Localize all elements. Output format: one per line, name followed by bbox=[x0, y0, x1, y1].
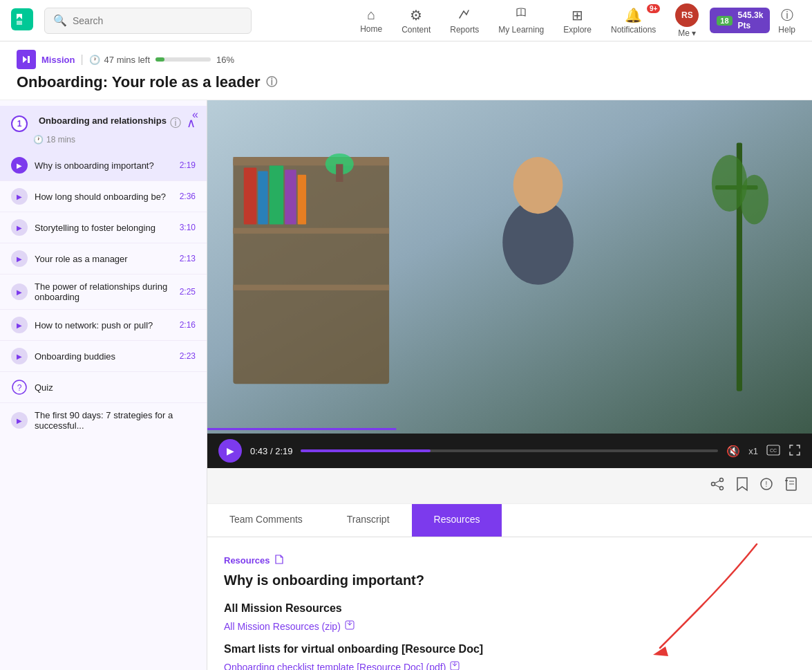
notebook-icon[interactable] bbox=[784, 476, 798, 495]
lesson-duration: 2:16 bbox=[180, 320, 196, 330]
lesson-title: Storytelling to foster belonging bbox=[35, 223, 173, 233]
svg-rect-14 bbox=[298, 175, 306, 225]
resource-link[interactable]: Onboarding checklist template [Resource … bbox=[224, 661, 795, 670]
search-input[interactable] bbox=[73, 15, 243, 26]
lesson-item[interactable]: ▶ Why is onboarding important? 2:19 bbox=[0, 150, 207, 181]
app-logo[interactable] bbox=[11, 8, 33, 33]
download-icon bbox=[450, 661, 460, 670]
svg-rect-13 bbox=[285, 170, 296, 225]
resources-content: Resources Why is onboarding important? A… bbox=[207, 537, 812, 670]
svg-rect-2 bbox=[28, 56, 30, 63]
section-info-icon[interactable]: ⓘ bbox=[170, 116, 181, 131]
svg-text:?: ? bbox=[17, 383, 22, 393]
video-container bbox=[207, 100, 812, 434]
nav-explore-label: Explore bbox=[563, 25, 592, 35]
progress-percent: 16% bbox=[216, 55, 234, 65]
nav-help-label: Help bbox=[778, 25, 795, 35]
video-ctrl-right: x1 CC bbox=[748, 444, 801, 458]
lesson-title: The power of relationships during onboar… bbox=[35, 281, 173, 302]
svg-point-22 bbox=[740, 175, 768, 225]
volume-icon[interactable]: 🔇 bbox=[726, 445, 740, 458]
video-content-panel: ▶ 0:43 / 2:19 🔇 x1 CC bbox=[207, 100, 812, 670]
speed-button[interactable]: x1 bbox=[748, 446, 758, 456]
resource-link[interactable]: All Mission Resources (zip) bbox=[224, 620, 795, 632]
svg-line-30 bbox=[715, 485, 719, 487]
search-bar[interactable]: 🔍 bbox=[44, 8, 252, 34]
share-icon[interactable] bbox=[710, 476, 725, 495]
main-layout: « 1 Onboarding and relationships ⓘ ∧ 🕐 1… bbox=[0, 100, 812, 670]
course-sidebar: « 1 Onboarding and relationships ⓘ ∧ 🕐 1… bbox=[0, 100, 207, 670]
lesson-item[interactable]: ▶ Your role as a manager 2:13 bbox=[0, 243, 207, 274]
nav-reports-label: Reports bbox=[450, 25, 479, 35]
svg-point-26 bbox=[720, 478, 724, 482]
mission-progress-bar bbox=[155, 57, 211, 62]
lesson-item[interactable]: ▶ Onboarding buddies 2:23 bbox=[0, 341, 207, 372]
svg-point-18 bbox=[513, 157, 563, 214]
content-tabs: Team Comments Transcript Resources bbox=[207, 504, 812, 537]
tab-resources[interactable]: Resources bbox=[412, 504, 502, 537]
lesson-title: The first 90 days: 7 strategies for a su… bbox=[35, 410, 189, 431]
nav-learning-label: My Learning bbox=[498, 25, 544, 35]
lesson-item[interactable]: ▶ The first 90 days: 7 strategies for a … bbox=[0, 403, 207, 438]
time-left: 🕐 47 mins left bbox=[89, 55, 150, 65]
lesson-duration: 2:25 bbox=[180, 287, 196, 297]
video-frame bbox=[207, 100, 812, 434]
lesson-title: Onboarding buddies bbox=[35, 351, 173, 362]
content-icon: ⚙ bbox=[410, 7, 422, 24]
tab-team-comments[interactable]: Team Comments bbox=[207, 504, 325, 537]
resource-group: Smart lists for virtual onboarding [Reso… bbox=[224, 643, 795, 670]
lesson-title: Your role as a manager bbox=[35, 254, 173, 264]
mission-label: Mission bbox=[41, 55, 75, 65]
nav-content[interactable]: ⚙ Content bbox=[393, 3, 439, 39]
top-navigation: 🔍 ⌂ Home ⚙ Content Reports My Learning ⊞… bbox=[0, 0, 812, 41]
lesson-item[interactable]: ▶ Storytelling to foster belonging 3:10 bbox=[0, 212, 207, 243]
lesson-item[interactable]: ▶ How long should onboarding be? 2:36 bbox=[0, 181, 207, 212]
nav-home[interactable]: ⌂ Home bbox=[352, 3, 390, 38]
play-pause-button[interactable]: ▶ bbox=[218, 439, 242, 463]
video-progress-bar[interactable] bbox=[301, 449, 718, 452]
svg-rect-7 bbox=[233, 157, 389, 165]
resources-heading: Why is onboarding important? bbox=[224, 573, 795, 588]
lesson-item[interactable]: ▶ The power of relationships during onbo… bbox=[0, 274, 207, 310]
pts-value: 545.3kPts bbox=[738, 10, 764, 30]
svg-line-29 bbox=[715, 481, 719, 483]
tab-transcript[interactable]: Transcript bbox=[325, 504, 412, 537]
sidebar-collapse-button[interactable]: « bbox=[192, 109, 198, 121]
nav-explore[interactable]: ⊞ Explore bbox=[555, 3, 600, 39]
captions-button[interactable]: CC bbox=[766, 445, 780, 458]
locked-icon: ▶ bbox=[11, 348, 28, 364]
fullscreen-button[interactable] bbox=[789, 444, 801, 458]
progress-played bbox=[301, 449, 430, 452]
resources-label: Resources bbox=[224, 554, 795, 567]
info-icon[interactable]: ⓘ bbox=[266, 75, 277, 90]
lesson-duration: 2:19 bbox=[180, 160, 196, 170]
time-icon: 🕐 bbox=[33, 135, 44, 145]
nav-notifications[interactable]: 🔔 9+ Notifications bbox=[603, 3, 664, 39]
resource-group-title: All Mission Resources bbox=[224, 602, 795, 615]
section-time: 🕐 18 mins bbox=[11, 135, 196, 145]
quiz-icon: ? bbox=[11, 379, 28, 396]
nav-help[interactable]: ⓘ Help bbox=[773, 3, 801, 39]
home-icon: ⌂ bbox=[367, 7, 375, 23]
svg-rect-36 bbox=[785, 480, 788, 481]
svg-rect-16 bbox=[336, 164, 343, 182]
locked-icon: ▶ bbox=[11, 283, 28, 300]
resource-group: All Mission Resources All Mission Resour… bbox=[224, 602, 795, 632]
nav-items: ⌂ Home ⚙ Content Reports My Learning ⊞ E… bbox=[352, 0, 801, 42]
download-icon bbox=[345, 620, 355, 632]
locked-icon: ▶ bbox=[11, 219, 28, 236]
playing-icon: ▶ bbox=[11, 157, 28, 174]
nav-notifications-label: Notifications bbox=[611, 25, 656, 35]
nav-me[interactable]: RS Me ▾ bbox=[667, 0, 707, 42]
bookmark-icon[interactable] bbox=[736, 476, 748, 495]
flag-icon[interactable]: ! bbox=[759, 476, 773, 495]
lesson-item[interactable]: ▶ How to network: push or pull? 2:16 bbox=[0, 310, 207, 341]
nav-reports[interactable]: Reports bbox=[442, 2, 487, 39]
resource-group-title: Smart lists for virtual onboarding [Reso… bbox=[224, 643, 795, 655]
points-display: 18 545.3kPts bbox=[710, 8, 770, 33]
notifications-icon: 🔔 bbox=[625, 7, 642, 24]
search-icon: 🔍 bbox=[53, 14, 67, 27]
lesson-item[interactable]: ? Quiz bbox=[0, 372, 207, 403]
nav-my-learning[interactable]: My Learning bbox=[490, 2, 552, 39]
video-controls: ▶ 0:43 / 2:19 🔇 x1 CC bbox=[207, 434, 812, 468]
